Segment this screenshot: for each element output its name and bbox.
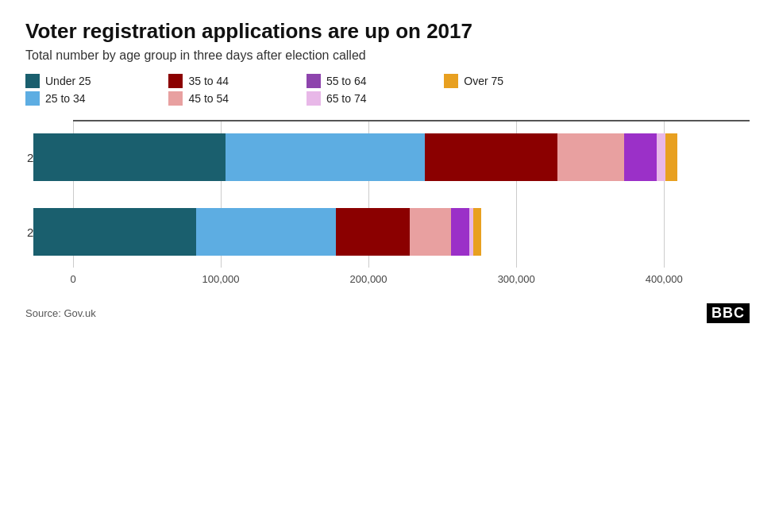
- x-tick-label: 0: [70, 273, 75, 285]
- bar-segment-over75: [473, 208, 480, 256]
- legend-label: 35 to 44: [188, 75, 229, 87]
- bars-and-grid: 20192017: [73, 121, 750, 268]
- bar-year-label: 2017: [27, 226, 33, 239]
- legend-item: Under 25: [25, 74, 168, 88]
- bar-wrapper: [33, 208, 481, 256]
- source-label: Source: Gov.uk: [25, 307, 96, 319]
- bar-segment-45to54: [410, 208, 451, 256]
- legend-swatch: [307, 74, 321, 88]
- bar-segment-25to34: [226, 133, 425, 181]
- bar-row: 2019: [73, 121, 750, 193]
- bar-segment-under25: [33, 133, 226, 181]
- chart-subtitle: Total number by age group in three days …: [25, 48, 750, 63]
- legend-swatch: [307, 91, 321, 106]
- bar-segment-45to54: [557, 133, 624, 181]
- bar-year-label: 2019: [27, 151, 33, 164]
- legend-swatch: [444, 74, 458, 88]
- bar-row: 2017: [73, 196, 750, 268]
- x-axis: 0100,000200,000300,000400,000: [73, 270, 750, 289]
- legend-item: 35 to 44: [168, 74, 306, 88]
- legend-swatch: [168, 74, 183, 88]
- bars-container: 20192017: [73, 121, 750, 268]
- bar-segment-under25: [33, 208, 196, 256]
- legend-label: Under 25: [45, 75, 91, 87]
- bar-segment-over75: [665, 133, 677, 181]
- legend-swatch: [25, 74, 40, 88]
- legend-label: 25 to 34: [45, 92, 86, 105]
- legend-label: 65 to 74: [326, 92, 367, 105]
- legend-item: 65 to 74: [307, 91, 444, 106]
- legend-item: Over 75: [444, 74, 581, 88]
- x-tick-label: 100,000: [202, 273, 240, 285]
- bar-segment-65to74: [657, 133, 665, 181]
- legend-label: 55 to 64: [326, 75, 367, 87]
- bbc-logo: BBC: [707, 303, 750, 323]
- bar-wrapper: [33, 133, 677, 181]
- x-tick-label: 400,000: [646, 273, 683, 285]
- chart-title: Voter registration applications are up o…: [25, 19, 750, 44]
- legend-item: 45 to 54: [168, 91, 306, 106]
- legend-swatch: [168, 91, 183, 106]
- footer: Source: Gov.uk BBC: [25, 303, 750, 323]
- x-tick-label: 200,000: [350, 273, 388, 285]
- bar-segment-55to64: [624, 133, 657, 181]
- bar-segment-55to64: [451, 208, 468, 256]
- x-tick-label: 300,000: [498, 273, 535, 285]
- bar-segment-35to44: [336, 208, 410, 256]
- legend-item: 25 to 34: [25, 91, 168, 106]
- legend-label: Over 75: [464, 75, 503, 87]
- bar-segment-35to44: [425, 133, 557, 181]
- chart-area: 20192017 0100,000200,000300,000400,000: [25, 120, 750, 289]
- legend-label: 45 to 54: [188, 92, 229, 105]
- legend-item: 55 to 64: [307, 74, 444, 88]
- legend-swatch: [25, 91, 40, 106]
- legend: Under 2535 to 4455 to 64Over 7525 to 344…: [25, 74, 581, 106]
- bar-segment-25to34: [196, 208, 337, 256]
